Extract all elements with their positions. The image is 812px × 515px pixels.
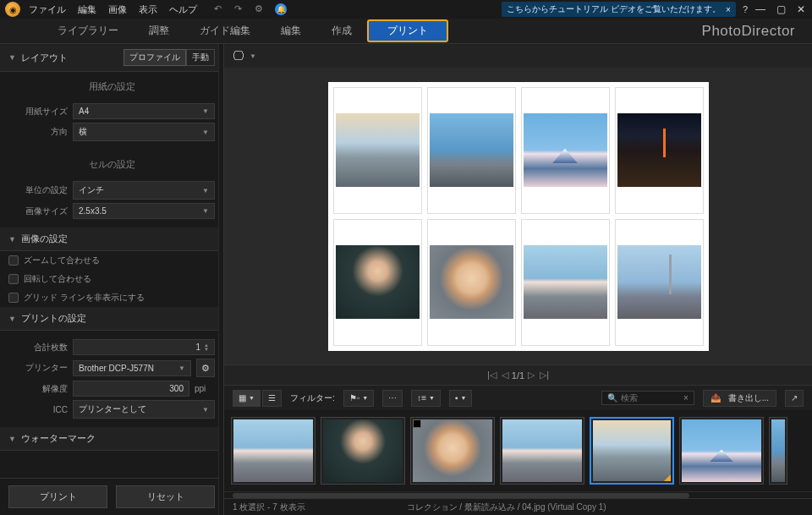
caret-down-icon: ▼ [202,207,209,215]
chevron-down-icon[interactable]: ▼ [8,315,16,323]
filmstrip-scrollbar[interactable] [224,491,812,498]
chevron-down-icon[interactable]: ▼ [8,53,16,62]
tab-guided[interactable]: ガイド編集 [184,20,266,41]
gear-icon[interactable]: ⚙ [255,3,266,15]
filmstrip-thumb[interactable] [500,417,584,485]
tutorial-banner[interactable]: こちらからチュートリアル ビデオをご覧いただけます。 × [502,2,736,17]
chevron-down-icon[interactable]: ▼ [8,435,16,443]
sort-button[interactable]: ↕≡▼ [411,390,441,407]
tab-library[interactable]: ライブラリー [42,20,134,41]
search-input[interactable]: 🔍 × [601,391,694,405]
menu-view[interactable]: 表示 [139,3,157,16]
page-next-icon[interactable]: ▷ [526,370,536,381]
orientation-label: 方向 [8,126,68,138]
window-maximize-icon[interactable]: ▢ [775,3,787,15]
icc-select[interactable]: プリンターとして▼ [73,400,215,419]
help-icon[interactable]: ? [743,4,748,14]
preview-cell[interactable] [521,87,610,214]
printer-settings-button[interactable]: ⚙ [196,359,215,377]
total-count-label: 合計枚数 [8,342,68,353]
caret-down-icon: ▼ [202,187,209,194]
preview-cell[interactable] [521,219,610,346]
menu-image[interactable]: 画像 [108,3,127,16]
paper-size-select[interactable]: A4▼ [73,103,215,119]
unit-label: 単位の設定 [8,184,68,196]
view-list-button[interactable]: ☰ [262,390,282,407]
tab-create[interactable]: 作成 [316,20,367,41]
export-button[interactable]: 📤 書き出し... [703,390,776,407]
sidebar-scrollbar[interactable] [218,44,223,515]
filmstrip[interactable] [224,410,812,491]
paper-settings-title: 用紙の設定 [8,77,215,100]
orientation-select[interactable]: 横▼ [73,123,215,141]
menu-file[interactable]: ファイル [29,3,66,16]
preview-cell[interactable] [615,87,704,214]
zoom-fit-label: ズームして合わせる [24,255,100,266]
rotate-fit-checkbox[interactable] [8,274,19,284]
tab-adjust[interactable]: 調整 [134,20,184,41]
tutorial-close-icon[interactable]: × [726,5,731,14]
breadcrumb-path: コレクション / 最新読み込み / 04.jpg (Virtual Copy 1… [407,501,606,513]
filmstrip-thumb[interactable] [231,417,315,485]
tab-edit[interactable]: 編集 [266,20,316,41]
redo-icon[interactable]: ↷ [234,3,246,15]
share-button[interactable]: ↗ [785,390,804,407]
section-watermark-title: ウォーターマーク [21,432,96,445]
gear-icon: ⚙ [201,363,210,374]
undo-icon[interactable]: ↶ [214,3,226,15]
window-close-icon[interactable]: ✕ [795,3,807,15]
resolution-input[interactable]: 300 [73,381,189,397]
icc-label: ICC [8,405,68,414]
edit-badge-icon [413,419,421,428]
zoom-fit-checkbox[interactable] [8,255,19,266]
preview-cell[interactable] [615,219,704,346]
menu-edit[interactable]: 編集 [78,3,96,16]
view-grid-button[interactable]: ▦▼ [233,390,261,407]
filmstrip-thumb[interactable] [769,417,787,485]
selection-status: 1 枚選択 - 7 枚表示 [233,501,305,513]
filter-flag-button[interactable]: ⚑◦▼ [343,390,374,407]
unit-select[interactable]: インチ▼ [73,181,215,200]
caret-down-icon[interactable]: ▼ [250,52,256,60]
tab-print[interactable]: プリント [367,19,448,42]
hide-grid-checkbox[interactable] [8,293,19,303]
menu-help[interactable]: ヘルプ [169,3,197,16]
image-size-label: 画像サイズ [8,205,68,217]
filmstrip-thumb[interactable] [321,417,405,485]
layout-mode-profile[interactable]: プロファイル [123,49,186,66]
print-preview-paper [328,82,709,351]
caret-down-icon: ▼ [202,406,209,414]
chevron-down-icon[interactable]: ▼ [8,235,16,244]
section-print-title: プリントの設定 [21,312,86,325]
section-image-title: 画像の設定 [21,233,68,245]
filmstrip-thumb[interactable] [679,417,764,485]
search-field[interactable] [621,393,680,403]
notification-icon[interactable]: 🔔 [275,3,287,15]
printer-select[interactable]: Brother DCP-J577N▼ [73,360,191,376]
layout-mode-manual[interactable]: 手動 [186,49,215,66]
page-last-icon[interactable]: ▷| [538,370,551,381]
display-mode-icon[interactable]: 🖵 [233,49,244,63]
filmstrip-thumb[interactable] [590,417,674,485]
clear-search-icon[interactable]: × [683,393,689,403]
preview-cell[interactable] [333,219,422,346]
hide-grid-label: グリッド ラインを非表示にする [24,292,145,304]
image-size-select[interactable]: 2.5x3.5▼ [73,203,215,219]
search-icon: 🔍 [607,393,617,403]
preview-cell[interactable] [427,87,516,214]
filter-rating-button[interactable]: ⋯ [382,390,403,407]
page-first-icon[interactable]: |◁ [486,370,498,381]
reset-button[interactable]: リセット [116,485,215,508]
export-icon: 📤 [710,393,721,403]
paper-size-label: 用紙サイズ [8,106,68,118]
preview-cell[interactable] [333,87,422,214]
preview-cell[interactable] [427,219,516,346]
page-prev-icon[interactable]: ◁ [500,370,510,381]
filmstrip-thumb[interactable] [410,417,495,485]
window-minimize-icon[interactable]: — [754,3,766,15]
filter-label-button[interactable]: ▪▼ [449,390,472,407]
page-indicator: 1/1 [512,370,524,381]
print-button[interactable]: プリント [8,485,107,508]
total-count-input[interactable]: 1▲▼ [73,339,215,355]
resolution-label: 解像度 [8,383,68,395]
